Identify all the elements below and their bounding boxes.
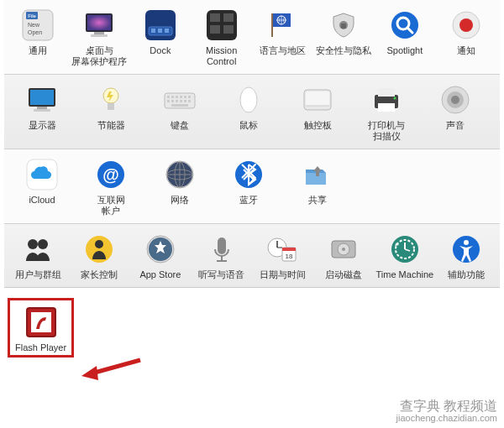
pref-label: 声音 xyxy=(446,120,465,131)
svg-point-60 xyxy=(451,96,459,104)
svg-rect-56 xyxy=(378,103,395,112)
svg-rect-15 xyxy=(210,13,220,22)
pref-label: Time Machine xyxy=(376,269,434,280)
pref-desktop-screensaver[interactable]: 桌面与 屏幕保护程序 xyxy=(69,8,130,67)
pref-dock[interactable]: Dock xyxy=(130,8,192,67)
svg-rect-55 xyxy=(378,88,395,97)
svg-rect-42 xyxy=(167,100,170,102)
svg-rect-8 xyxy=(91,34,108,37)
spotlight-icon xyxy=(388,8,422,42)
flash-player-icon xyxy=(24,305,58,339)
svg-rect-38 xyxy=(176,96,178,98)
pref-icloud[interactable]: iCloud xyxy=(8,158,76,217)
pref-label: 日期与时间 xyxy=(260,269,306,280)
time-machine-icon xyxy=(388,232,422,266)
pref-printers-scanners[interactable]: 打印机与 扫描仪 xyxy=(352,83,421,142)
pref-language-region[interactable]: 语言与地区 xyxy=(252,8,313,67)
svg-rect-17 xyxy=(210,25,220,34)
svg-rect-39 xyxy=(180,96,182,98)
pref-label: 启动磁盘 xyxy=(325,269,362,280)
pref-keyboard[interactable]: 键盘 xyxy=(145,83,214,142)
pref-mouse[interactable]: 鼠标 xyxy=(214,83,283,142)
trackpad-icon xyxy=(301,83,334,117)
pref-time-machine[interactable]: Time Machine xyxy=(375,232,436,280)
annotation-highlight: Flash Player xyxy=(8,298,74,358)
svg-rect-78 xyxy=(218,237,226,254)
svg-rect-34 xyxy=(108,103,114,110)
pref-trackpad[interactable]: 触控板 xyxy=(283,83,352,142)
displays-icon xyxy=(25,83,59,117)
section-thirdparty: Flash Player xyxy=(4,288,500,358)
internet-accounts-icon: @ xyxy=(94,158,128,191)
pref-users-groups[interactable]: 用户与群组 xyxy=(8,232,69,280)
svg-text:18: 18 xyxy=(286,253,293,260)
pref-notifications[interactable]: 通知 xyxy=(435,8,496,67)
pref-sound[interactable]: 声音 xyxy=(421,83,490,142)
security-privacy-icon xyxy=(327,8,360,42)
svg-point-50 xyxy=(241,88,256,112)
pref-spotlight[interactable]: Spotlight xyxy=(375,8,436,67)
svg-point-73 xyxy=(38,239,48,249)
svg-rect-41 xyxy=(188,96,191,98)
users-groups-icon xyxy=(21,232,55,266)
mission-control-icon xyxy=(205,8,239,42)
pref-network[interactable]: 网络 xyxy=(145,158,214,217)
pref-displays[interactable]: 显示器 xyxy=(8,83,76,142)
pref-security-privacy[interactable]: 安全性与隐私 xyxy=(313,8,375,67)
svg-marker-100 xyxy=(81,366,98,380)
svg-rect-16 xyxy=(223,13,234,22)
section-system: 用户与群组 家长控制 App Store 听写与语音 18 日期与时间 xyxy=(4,224,500,288)
svg-point-72 xyxy=(28,239,38,249)
pref-startup-disk[interactable]: 启动磁盘 xyxy=(313,232,375,280)
keyboard-icon xyxy=(163,83,197,117)
svg-rect-47 xyxy=(188,100,191,102)
section-internet: iCloud @ 互联网 帐户 网络 蓝牙 共享 xyxy=(4,149,500,224)
pref-app-store[interactable]: App Store xyxy=(130,232,192,280)
dock-icon xyxy=(144,8,177,42)
network-icon xyxy=(163,158,197,191)
pref-label: 蓝牙 xyxy=(239,195,258,206)
parental-controls-icon xyxy=(82,232,116,266)
svg-point-89 xyxy=(342,248,345,251)
svg-point-24 xyxy=(391,12,418,39)
pref-flash-player[interactable]: Flash Player xyxy=(15,305,66,353)
pref-label: Flash Player xyxy=(15,342,66,353)
pref-sharing[interactable]: 共享 xyxy=(283,158,352,217)
pref-bluetooth[interactable]: 蓝牙 xyxy=(214,158,283,217)
svg-rect-40 xyxy=(184,96,186,98)
pref-label: App Store xyxy=(139,269,181,280)
pref-mission-control[interactable]: Mission Control xyxy=(191,8,252,67)
pref-label: iCloud xyxy=(29,195,55,206)
svg-rect-23 xyxy=(341,23,346,29)
svg-text:New: New xyxy=(28,22,40,28)
svg-rect-9 xyxy=(145,10,176,40)
svg-rect-85 xyxy=(282,248,296,251)
svg-rect-21 xyxy=(271,13,273,37)
pref-label: 听写与语音 xyxy=(198,269,244,280)
pref-label: 互联网 帐户 xyxy=(97,195,125,217)
svg-rect-44 xyxy=(176,100,178,102)
mouse-icon xyxy=(232,83,265,117)
sharing-icon xyxy=(301,158,334,191)
date-time-icon: 18 xyxy=(265,232,299,266)
pref-accessibility[interactable]: 辅助功能 xyxy=(435,232,496,280)
pref-label: 安全性与隐私 xyxy=(316,45,371,56)
pref-dictation-speech[interactable]: 听写与语音 xyxy=(191,232,252,280)
pref-general[interactable]: FileNewOpen 通用 xyxy=(8,8,69,67)
svg-line-99 xyxy=(92,360,140,373)
pref-label: 通用 xyxy=(29,45,47,56)
svg-text:Open: Open xyxy=(28,29,42,36)
annotation-arrow xyxy=(80,353,147,387)
pref-parental-controls[interactable]: 家长控制 xyxy=(69,232,130,280)
notifications-icon xyxy=(449,8,483,42)
system-preferences-panel: FileNewOpen 通用 桌面与 屏幕保护程序 Dock Mission C… xyxy=(4,0,500,358)
pref-energy-saver[interactable]: 节能器 xyxy=(76,83,145,142)
pref-label: 共享 xyxy=(308,195,327,206)
pref-label: Dock xyxy=(150,45,171,56)
watermark: 查字典 教程频道 jiaocheng.chazidian.com xyxy=(396,399,497,425)
pref-date-time[interactable]: 18 日期与时间 xyxy=(252,232,313,280)
bluetooth-icon xyxy=(232,158,265,191)
svg-rect-45 xyxy=(180,100,182,102)
pref-internet-accounts[interactable]: @ 互联网 帐户 xyxy=(76,158,145,217)
app-store-icon xyxy=(144,232,177,266)
